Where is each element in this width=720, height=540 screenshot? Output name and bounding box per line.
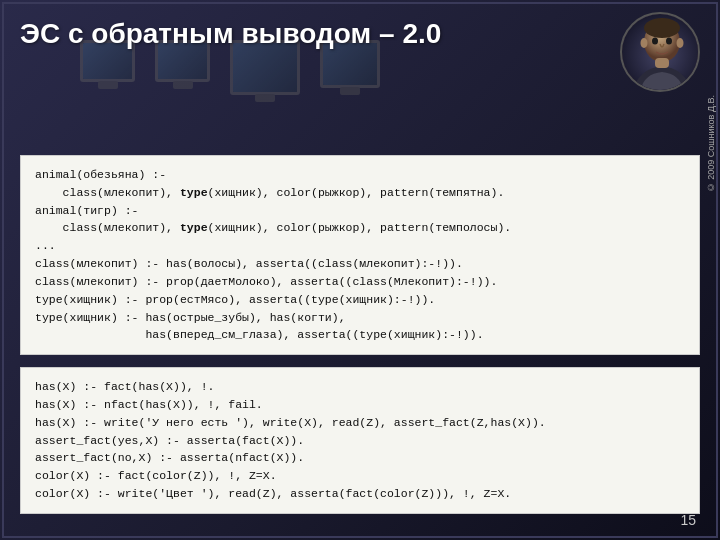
- code-line-1-10: has(вперед_см_глаза), asserta((type(хищн…: [35, 326, 685, 344]
- code-line-1-2: class(млекопит), type(хищник), color(рыж…: [35, 184, 685, 202]
- code-line-2-3: has(X) :- write('У него есть '), write(X…: [35, 414, 685, 432]
- svg-point-4: [652, 38, 658, 45]
- code-line-1-6: class(млекопит) :- has(волосы), asserta(…: [35, 255, 685, 273]
- code-line-2-4: assert_fact(yes,X) :- asserta(fact(X)).: [35, 432, 685, 450]
- header: ЭС с обратным выводом – 2.0: [0, 0, 720, 100]
- svg-point-2: [644, 18, 680, 38]
- avatar: [620, 12, 700, 92]
- svg-rect-3: [655, 58, 669, 68]
- code-line-1-4: class(млекопит), type(хищник), color(рыж…: [35, 219, 685, 237]
- code-line-2-7: color(X) :- write('Цвет '), read(Z), ass…: [35, 485, 685, 503]
- slide-title: ЭС с обратным выводом – 2.0: [20, 18, 441, 50]
- code-line-1-8: type(хищник) :- prop(естМясо), asserta((…: [35, 291, 685, 309]
- code-box-1: animal(обезьяна) :- class(млекопит), typ…: [20, 155, 700, 355]
- code-box-2: has(X) :- fact(has(X)), !. has(X) :- nfa…: [20, 367, 700, 514]
- code-line-1-9: type(хищник) :- has(острые_зубы), has(ко…: [35, 309, 685, 327]
- code-line-1-1: animal(обезьяна) :-: [35, 166, 685, 184]
- avatar-svg: [622, 14, 700, 92]
- copyright-text: © 2009 Сошников Д.В.: [706, 95, 716, 192]
- code-line-1-7: class(млекопит) :- prop(даетМолоко), ass…: [35, 273, 685, 291]
- code-line-2-5: assert_fact(no,X) :- asserta(nfact(X)).: [35, 449, 685, 467]
- avatar-image: [622, 14, 698, 90]
- svg-point-6: [641, 38, 648, 48]
- code-line-2-2: has(X) :- nfact(has(X)), !, fail.: [35, 396, 685, 414]
- code-line-2-1: has(X) :- fact(has(X)), !.: [35, 378, 685, 396]
- page-number: 15: [680, 512, 696, 528]
- svg-point-7: [677, 38, 684, 48]
- code-line-2-6: color(X) :- fact(color(Z)), !, Z=X.: [35, 467, 685, 485]
- main-content: animal(обезьяна) :- class(млекопит), typ…: [20, 155, 700, 526]
- code-line-1-3: animal(тигр) :-: [35, 202, 685, 220]
- code-line-1-5: ...: [35, 237, 685, 255]
- svg-point-5: [666, 38, 672, 45]
